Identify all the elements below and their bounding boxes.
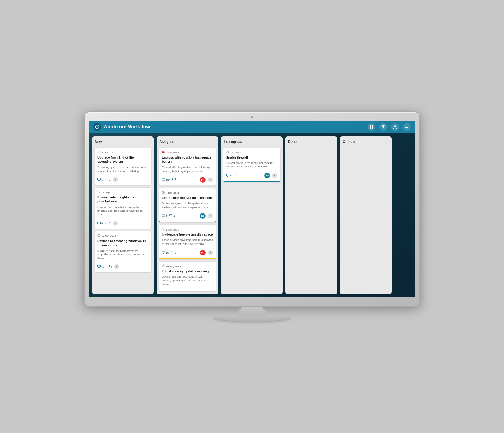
device-icon [226, 174, 229, 177]
comments-stat: 0 [234, 174, 239, 177]
card-desc: Estimated battery runtime from full char… [162, 165, 213, 173]
header-left: Applixure Workflow [93, 123, 150, 131]
card-title: Devices not meeting Windows 11 requireme… [97, 239, 148, 248]
comment-icon [172, 178, 176, 181]
svg-rect-54 [234, 174, 237, 176]
card-title: Enable firewall [226, 155, 277, 160]
devices-stat: 5 [226, 174, 232, 177]
card-title: Ensure disk encryption is enabled [162, 196, 213, 200]
svg-rect-31 [162, 178, 165, 180]
card-menu[interactable]: • [208, 177, 213, 182]
card-desc: Built-in encryption for the system disk … [162, 201, 213, 209]
devices-stat: 135 [162, 178, 170, 181]
card-avatar: KS [264, 173, 270, 178]
devices-stat: 56 [97, 265, 104, 268]
svg-rect-37 [162, 215, 165, 216]
comment-count: 0 [173, 215, 175, 218]
card-menu[interactable]: • [208, 213, 213, 218]
svg-line-51 [228, 152, 228, 152]
card-inprogress-0[interactable]: 21 Sep 2023Enable firewallFirewall statu… [223, 148, 280, 182]
svg-rect-19 [98, 222, 101, 224]
device-count: 16 [166, 251, 169, 254]
svg-rect-13 [98, 178, 101, 180]
column-header-new: New [94, 139, 151, 145]
card-date: 8 Oct 2023 [166, 151, 179, 154]
svg-rect-45 [171, 251, 174, 253]
comments-stat: 0 [105, 222, 110, 225]
card-date: 17 Oct 2023 [101, 234, 116, 237]
card-footer: 50KS• [226, 171, 277, 178]
monitor-body: Applixure Workflow [84, 111, 420, 307]
card-new-1[interactable]: 19 Sept 2023Remove admin rights from pri… [94, 187, 151, 229]
card-assigned-1[interactable]: 8 Oct 2023Ensure disk encryption is enab… [159, 188, 216, 222]
user-icon[interactable] [391, 123, 399, 131]
svg-rect-33 [172, 178, 175, 180]
card-desc: Minimum base hardware levels for upgradi… [97, 249, 148, 260]
device-count: 6 [101, 222, 103, 225]
svg-rect-43 [162, 251, 165, 253]
card-menu[interactable]: • [113, 177, 118, 182]
svg-rect-2 [372, 125, 373, 127]
monitor-wrapper: Applixure Workflow [84, 111, 420, 322]
stand-neck [235, 307, 269, 316]
comment-count: 0 [109, 222, 110, 225]
card-assigned-0[interactable]: 8 Oct 2023Laptops with possibly inadequa… [159, 148, 216, 186]
grid-icon[interactable] [368, 123, 375, 131]
card-desc: Operating system, that has entered out o… [97, 165, 148, 173]
card-assigned-2[interactable]: 1 Oct 2023Inadequate free system disk sp… [159, 225, 216, 259]
card-menu[interactable]: • [208, 250, 213, 255]
devices-stat: 1 [162, 214, 167, 218]
app-logo [93, 123, 101, 131]
card-date: 3 Oct 2023 [101, 151, 114, 154]
comments-stat: 0 [169, 214, 175, 218]
card-new-2[interactable]: 17 Oct 2023Devices not meeting Windows 1… [94, 231, 151, 273]
device-count: 135 [166, 178, 170, 181]
device-count: 1 [101, 178, 103, 181]
column-new: New3 Oct 2023Upgrade from End-of-life op… [92, 136, 154, 294]
comment-icon [171, 251, 174, 254]
comment-count: 0 [111, 265, 112, 268]
menu-icon[interactable] [403, 123, 411, 131]
comments-stat: 0 [107, 265, 112, 268]
app-title: Applixure Workflow [104, 124, 150, 130]
card-avatar: PH [200, 250, 206, 255]
card-avatar: KS [200, 213, 206, 219]
filter-icon[interactable] [379, 123, 387, 131]
card-avatar: PH [200, 177, 206, 183]
card-new-0[interactable]: 3 Oct 2023Upgrade from End-of-life opera… [94, 148, 151, 185]
devices-stat: 16 [162, 251, 169, 254]
card-footer: 10KS• [162, 211, 213, 219]
clock-icon [162, 228, 165, 231]
comment-icon [107, 265, 110, 268]
comments-stat: 1 [172, 178, 178, 181]
clock-icon [97, 151, 100, 154]
card-assigned-3[interactable]: 18 Aug 2023Latest security updates missi… [159, 261, 216, 291]
device-count: 56 [101, 265, 104, 268]
column-assigned: Assigned8 Oct 2023Laptops with possibly … [157, 136, 218, 294]
comment-count: 1 [176, 178, 178, 181]
svg-line-12 [99, 152, 99, 152]
stand-base [213, 316, 291, 322]
card-footer: 160PH• [162, 248, 213, 255]
card-desc: Firewall status is reportedly not good f… [226, 161, 277, 169]
column-onhold: On hold [340, 136, 392, 294]
column-done: Done [285, 136, 337, 294]
device-count: 5 [230, 174, 232, 177]
card-date: 8 Oct 2023 [166, 191, 179, 194]
comment-icon [234, 174, 237, 177]
card-menu[interactable]: • [272, 173, 277, 178]
svg-line-18 [99, 192, 99, 192]
card-footer: 1351PH• [162, 175, 213, 183]
column-header-done: Done [288, 139, 335, 145]
app-header: Applixure Workflow [89, 121, 415, 133]
devices-stat: 6 [97, 222, 103, 225]
comment-icon [105, 178, 108, 181]
card-menu[interactable]: • [114, 264, 119, 269]
card-desc: These devices have less than 10 gigabyte… [162, 238, 213, 246]
clock-icon [162, 264, 165, 268]
card-date: 1 Oct 2023 [166, 228, 179, 231]
svg-line-36 [163, 192, 164, 193]
card-menu[interactable]: • [113, 221, 118, 226]
header-right [368, 123, 411, 131]
svg-rect-4 [372, 127, 373, 129]
